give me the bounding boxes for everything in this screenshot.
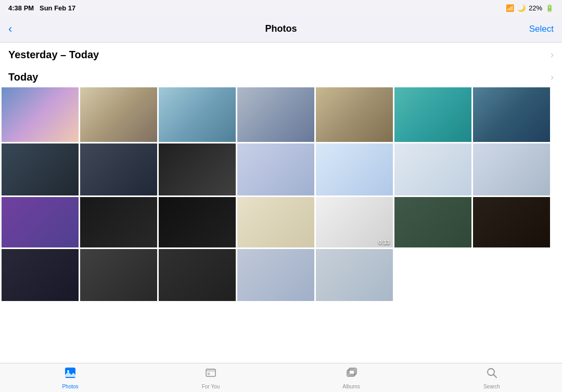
photo-item[interactable] <box>80 197 157 247</box>
photo-right-col <box>394 197 550 247</box>
photo-item[interactable] <box>316 143 393 195</box>
section-title-today: Today <box>8 71 38 83</box>
tab-photos[interactable]: Photos <box>0 367 140 389</box>
page-title: Photos <box>265 23 297 34</box>
tab-bar: Photos For You Albums Sear <box>0 363 562 392</box>
photo-content: Yesterday – Today › Today › <box>0 43 562 363</box>
photo-item[interactable] <box>159 143 236 195</box>
svg-line-9 <box>494 374 497 377</box>
video-duration: 0:13 <box>378 239 390 245</box>
back-button[interactable]: ‹ <box>8 22 12 36</box>
section-title-yesterday: Yesterday – Today <box>8 49 99 61</box>
battery-text: 22% <box>529 4 542 12</box>
tab-albums-label: Albums <box>342 384 360 389</box>
photos-icon <box>64 367 76 382</box>
photo-left-col: 0:13 <box>2 197 393 247</box>
photo-item[interactable] <box>316 87 393 142</box>
photo-item[interactable] <box>394 143 471 195</box>
photo-item[interactable] <box>80 87 157 142</box>
photo-item[interactable] <box>237 87 314 142</box>
photo-row-2 <box>0 143 562 195</box>
section-arrow-today: › <box>551 72 554 83</box>
photo-row-4 <box>0 249 562 301</box>
photo-item[interactable] <box>473 87 550 142</box>
select-button[interactable]: Select <box>529 24 554 34</box>
photo-item[interactable] <box>2 143 79 195</box>
photo-item[interactable] <box>80 143 157 195</box>
nav-bar: ‹ Photos Select <box>0 16 562 43</box>
svg-point-4 <box>208 372 210 375</box>
photo-row-1 <box>0 87 562 142</box>
tab-search[interactable]: Search <box>422 367 562 389</box>
photo-item[interactable] <box>394 197 471 247</box>
section-header-today[interactable]: Today › <box>0 65 562 87</box>
photo-item[interactable] <box>473 143 550 195</box>
wifi-icon: 📶 <box>506 4 514 12</box>
status-bar: 4:38 PM Sun Feb 17 📶 🌙 22% 🔋 <box>0 0 562 16</box>
photo-item[interactable] <box>2 197 79 247</box>
tab-albums[interactable]: Albums <box>281 367 422 389</box>
photo-item[interactable] <box>159 249 236 301</box>
battery-icon: 🔋 <box>545 4 554 12</box>
section-arrow-yesterday: › <box>551 49 554 60</box>
photo-item[interactable] <box>237 143 314 195</box>
photo-row-3a: 0:13 <box>2 197 393 247</box>
section-header-yesterday[interactable]: Yesterday – Today › <box>0 43 562 65</box>
photo-item[interactable] <box>316 249 393 301</box>
tab-for-you[interactable]: For You <box>140 367 281 389</box>
photo-item[interactable] <box>159 87 236 142</box>
photo-item[interactable] <box>473 197 550 247</box>
photo-item[interactable] <box>80 249 157 301</box>
status-time-date: 4:38 PM Sun Feb 17 <box>8 4 75 12</box>
photo-row-3-container: 0:13 <box>0 197 562 247</box>
tab-for-you-label: For You <box>202 384 220 389</box>
for-you-icon <box>205 367 217 382</box>
photo-item[interactable] <box>159 197 236 247</box>
photo-item[interactable] <box>2 87 79 142</box>
moon-icon: 🌙 <box>517 4 526 12</box>
photo-item[interactable] <box>394 87 471 142</box>
status-icons: 📶 🌙 22% 🔋 <box>506 4 554 12</box>
tab-photos-label: Photos <box>62 384 78 389</box>
photo-item[interactable] <box>2 249 79 301</box>
photo-item[interactable]: 0:13 <box>316 197 393 247</box>
search-icon <box>486 367 498 382</box>
tab-search-label: Search <box>483 384 500 389</box>
svg-rect-3 <box>206 369 215 372</box>
photo-item[interactable] <box>237 249 314 301</box>
albums-icon <box>345 367 357 382</box>
photo-item[interactable] <box>237 197 314 247</box>
